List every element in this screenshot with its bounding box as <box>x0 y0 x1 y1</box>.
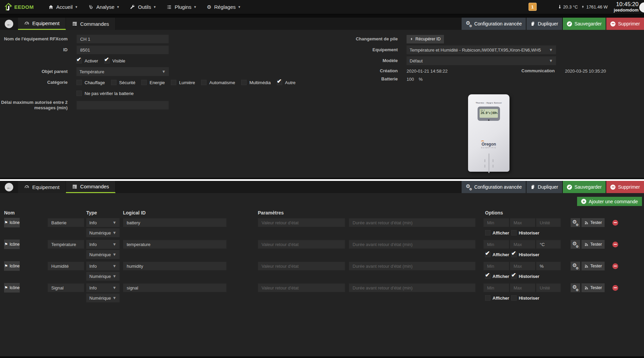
unit-input[interactable] <box>536 262 561 270</box>
valeur-retour-input[interactable] <box>258 262 345 270</box>
afficher-checkbox[interactable] <box>485 252 490 257</box>
command-subtype-select[interactable]: Numérique ▼ <box>86 294 120 302</box>
remove-command-button[interactable] <box>612 220 618 226</box>
tester-button[interactable]: Tester <box>582 218 605 227</box>
menu-analyse[interactable]: Analyse ▾ <box>83 0 124 14</box>
advanced-config-button[interactable]: ⚙⚙ Configuration avancée <box>462 18 526 30</box>
save-button[interactable]: ✔ Sauvegarder <box>563 181 606 193</box>
command-type-select[interactable]: Info ▼ <box>86 240 120 249</box>
tab-commandes[interactable]: Commandes <box>66 181 115 193</box>
icone-button[interactable]: ⚑ Icône <box>4 283 20 293</box>
advanced-config-button[interactable]: ⚙⚙ Configuration avancée <box>462 181 526 193</box>
remove-command-button[interactable] <box>612 263 618 269</box>
categorie-chauffage-checkbox[interactable] <box>76 80 82 85</box>
menu-reglages[interactable]: ⚙ Réglages ▾ <box>201 0 246 14</box>
save-button[interactable]: ✔ Sauvegarder <box>563 18 606 30</box>
duree-retour-input[interactable] <box>349 262 476 270</box>
tab-equipement[interactable]: Equipement <box>18 18 66 30</box>
back-button[interactable]: ← <box>5 183 13 191</box>
logical-id-input[interactable] <box>123 218 227 227</box>
recuperer-id-button[interactable]: Récupérer ID <box>407 35 444 43</box>
tab-equipement[interactable]: Equipement <box>18 181 66 193</box>
delai-input[interactable] <box>76 101 169 110</box>
command-name-input[interactable] <box>48 262 84 270</box>
max-input[interactable] <box>510 240 535 249</box>
icone-button[interactable]: ⚑ Icône <box>4 218 20 227</box>
categorie-multimedia-checkbox[interactable] <box>241 80 247 85</box>
command-type-select[interactable]: Info ▼ <box>86 218 120 227</box>
command-subtype-select[interactable]: Numérique ▼ <box>86 250 120 259</box>
min-input[interactable] <box>483 218 509 227</box>
notification-badge[interactable]: 1 <box>529 3 537 11</box>
duree-retour-input[interactable] <box>349 283 476 292</box>
duplicate-button[interactable]: Dupliquer <box>526 18 562 30</box>
historiser-checkbox[interactable] <box>511 274 517 279</box>
command-name-input[interactable] <box>48 283 84 292</box>
remove-command-button[interactable] <box>612 242 618 247</box>
command-subtype-select[interactable]: Numérique ▼ <box>86 272 120 281</box>
categorie-autre-checkbox[interactable] <box>277 80 282 85</box>
command-config-button[interactable]: ⚙⚙ <box>571 218 580 227</box>
equipment-id-input[interactable] <box>76 45 169 54</box>
command-config-button[interactable]: ⚙⚙ <box>571 283 580 292</box>
categorie-automatisme-checkbox[interactable] <box>201 80 207 85</box>
min-input[interactable] <box>483 240 509 249</box>
no-battery-check-checkbox[interactable] <box>76 91 82 96</box>
logical-id-input[interactable] <box>123 240 227 249</box>
min-input[interactable] <box>483 262 509 270</box>
categorie-securite-checkbox[interactable] <box>111 80 117 85</box>
valeur-retour-input[interactable] <box>258 218 345 227</box>
command-name-input[interactable] <box>48 240 84 249</box>
visible-checkbox[interactable] <box>104 58 110 63</box>
menu-outils[interactable]: Outils ▾ <box>124 0 161 14</box>
add-command-button[interactable]: + Ajouter une commande <box>577 197 642 206</box>
afficher-checkbox[interactable] <box>485 274 490 279</box>
equipment-name-input[interactable] <box>76 35 169 43</box>
valeur-retour-input[interactable] <box>258 283 345 292</box>
delete-button[interactable]: Supprimer <box>606 18 644 30</box>
menu-plugins[interactable]: Plugins ▾ <box>161 0 201 14</box>
logical-id-input[interactable] <box>123 262 227 270</box>
tab-commandes[interactable]: Commandes <box>66 18 115 30</box>
command-config-button[interactable]: ⚙⚙ <box>571 262 580 270</box>
categorie-lumiere-checkbox[interactable] <box>171 80 176 85</box>
min-input[interactable] <box>483 283 509 292</box>
max-input[interactable] <box>510 218 535 227</box>
unit-input[interactable] <box>536 283 561 292</box>
duree-retour-input[interactable] <box>349 218 476 227</box>
command-config-button[interactable]: ⚙⚙ <box>571 240 580 249</box>
command-subtype-select[interactable]: Numérique ▼ <box>86 228 120 237</box>
objet-parent-select[interactable]: Température ▼ <box>76 67 169 76</box>
command-type-select[interactable]: Info ▼ <box>86 283 120 292</box>
command-name-input[interactable] <box>48 218 84 227</box>
icone-button[interactable]: ⚑ Icône <box>4 240 20 249</box>
historiser-checkbox[interactable] <box>511 295 517 301</box>
delete-button[interactable]: Supprimer <box>606 181 644 193</box>
modele-select[interactable]: Défaut ▼ <box>407 56 556 65</box>
equipement-select[interactable]: Température et Humidité - Rubicson,IW008… <box>407 45 556 54</box>
historiser-checkbox[interactable] <box>511 230 517 235</box>
logical-id-input[interactable] <box>123 283 227 292</box>
historiser-checkbox[interactable] <box>511 252 517 257</box>
max-input[interactable] <box>510 283 535 292</box>
tester-button[interactable]: Tester <box>582 283 605 292</box>
icone-button[interactable]: ⚑ Icône <box>4 261 20 271</box>
afficher-checkbox[interactable] <box>485 230 490 235</box>
command-type-select[interactable]: Info ▼ <box>86 262 120 270</box>
max-input[interactable] <box>510 262 535 270</box>
menu-accueil[interactable]: Accueil ▾ <box>43 0 83 14</box>
back-button[interactable]: ← <box>5 20 13 28</box>
no-battery-check-label: Ne pas vérifier la batterie <box>85 91 134 96</box>
valeur-retour-input[interactable] <box>258 240 345 249</box>
afficher-checkbox[interactable] <box>485 295 490 301</box>
categorie-energie-checkbox[interactable] <box>141 80 147 85</box>
activer-checkbox[interactable] <box>76 58 82 63</box>
remove-command-button[interactable] <box>612 285 618 291</box>
unit-input[interactable] <box>536 240 561 249</box>
jeedom-logo[interactable]: EEDOM <box>3 2 34 12</box>
duplicate-button[interactable]: Dupliquer <box>526 181 562 193</box>
tester-button[interactable]: Tester <box>582 262 605 270</box>
duree-retour-input[interactable] <box>349 240 476 249</box>
tester-button[interactable]: Tester <box>582 240 605 249</box>
unit-input[interactable] <box>536 218 561 227</box>
